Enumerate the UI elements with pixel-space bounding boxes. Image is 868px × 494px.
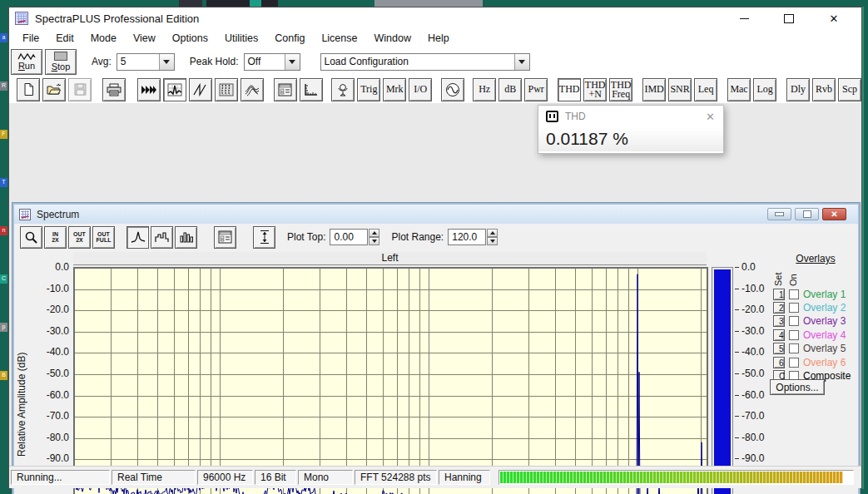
menu-help[interactable]: Help [419,31,458,46]
plot-range-spinner[interactable] [487,229,498,245]
waveform-view-button[interactable] [189,78,212,101]
thd-n-button[interactable]: THD+N [583,78,607,101]
minimize-button[interactable] [737,11,751,26]
step-plot-button[interactable] [151,226,173,249]
signal-generator-button[interactable] [441,78,464,101]
leq-button[interactable]: Leq [694,78,717,101]
status-run-state: Running... [11,470,110,485]
run-analyzer-button[interactable] [137,78,161,101]
plot-range-input[interactable] [448,229,486,245]
hz-units-button[interactable]: Hz [473,78,496,101]
menu-edit[interactable]: Edit [47,31,82,46]
overlay-set-button-4[interactable]: 4 [773,329,785,341]
overlay-options-button[interactable]: Options... [770,379,825,395]
overlay-on-checkbox-4[interactable] [789,330,799,340]
print-button[interactable] [102,78,126,101]
menu-config[interactable]: Config [266,31,313,46]
overlay-label: Overlay 1 [803,289,846,300]
dropdown-arrow-icon[interactable] [514,54,529,70]
thd-button[interactable]: THD [558,78,581,101]
overlay-on-checkbox-5[interactable] [789,343,799,353]
zoom-button[interactable] [20,226,42,249]
line-plot-button[interactable] [126,226,149,249]
snr-button[interactable]: SNR [668,78,692,101]
overlay-on-checkbox-3[interactable] [789,316,799,326]
open-file-button[interactable] [42,78,66,101]
marker-button[interactable]: Mrk [383,78,406,101]
overlay-on-checkbox-1[interactable] [789,289,799,299]
run-button[interactable]: Run [11,49,42,75]
overlay-set-button-1[interactable]: 1 [773,289,785,300]
overlay-set-button-2[interactable]: 2 [773,302,785,314]
auto-scale-button[interactable] [253,226,275,249]
power-scale-label: -70.0 [735,411,764,422]
input-level-meter [498,470,854,485]
plot-top-spinner[interactable] [369,229,379,245]
thd-button-label: THD [559,85,580,94]
menu-view[interactable]: View [125,31,164,46]
power-scale-label: -90.0 [735,453,764,464]
io-button[interactable]: I/O [409,78,432,101]
trigger-button[interactable]: Trig [357,78,380,101]
spectrum-view-button[interactable] [163,78,186,101]
overlay-on-checkbox-2[interactable] [789,303,799,313]
plot-top-input[interactable] [330,229,368,245]
avg-select[interactable]: 5 [117,53,175,71]
stop-button[interactable]: Stop [45,49,77,75]
menu-utilities[interactable]: Utilities [216,31,266,46]
scales-button[interactable] [300,78,323,101]
menu-options[interactable]: Options [164,31,216,46]
logging-button[interactable]: Log [753,78,776,101]
reverb-button[interactable]: Rvb [812,78,836,101]
y-tick-label: -80.0 [31,432,69,443]
dropdown-arrow-icon[interactable] [159,54,174,70]
bar-plot-button[interactable] [175,226,197,249]
zoom-out-2x-button[interactable]: OUT2X [68,226,91,249]
overlays-set-column-label: Set [773,264,783,286]
spectrogram-view-button[interactable] [215,78,238,101]
zoom-in-2x-button[interactable]: IN2X [44,226,67,249]
spectrum-minimize-button[interactable] [767,208,791,220]
spectrum-title-bar[interactable]: Spectrum ✕ [14,205,858,225]
input-device-button[interactable] [331,78,355,101]
spectrum-close-button[interactable]: ✕ [822,208,846,220]
logging-button-label: Log [756,85,772,94]
overlays-on-column-label: On [788,264,798,286]
zoom-out-full-button[interactable]: OUTFULL [92,226,115,249]
menu-file[interactable]: File [14,31,47,46]
macro-button[interactable]: Mac [727,78,751,101]
control-panel-button[interactable] [274,78,297,101]
thd-close-button[interactable]: ✕ [706,111,715,123]
menu-mode[interactable]: Mode [82,31,125,46]
thd-freq-button[interactable]: THDFreq [609,78,632,101]
app-title-bar[interactable]: SpectraPLUS Professional Edition ✕ [9,7,861,29]
save-icon [74,83,87,96]
menu-window[interactable]: Window [365,31,419,46]
scope-button[interactable]: Scp [838,78,861,101]
spectrum-plot[interactable] [73,267,708,494]
surface-view-button[interactable] [241,78,264,101]
new-file-button[interactable] [17,78,40,101]
load-configuration-select[interactable]: Load Configuration [320,53,530,71]
overlay-set-button-6[interactable]: 6 [773,357,785,368]
imd-button[interactable]: IMD [642,78,666,101]
dropdown-arrow-icon[interactable] [285,54,300,70]
y-tick-label: 0.0 [31,262,69,273]
line-plot-icon [131,230,146,244]
db-units-button[interactable]: dB [498,78,522,101]
overlay-set-button-3[interactable]: 3 [773,315,785,327]
pwr-units-button[interactable]: Pwr [524,78,548,101]
thd-freq-button-label: THDFreq [611,81,632,99]
display-options-button[interactable] [214,226,236,249]
delay-button[interactable]: Dly [786,78,810,101]
thd-title-bar[interactable]: THD ✕ [538,106,723,127]
spectrum-restore-button[interactable] [795,208,819,220]
menu-license[interactable]: License [313,31,365,46]
marker-button-label: Mrk [386,85,404,94]
save-button[interactable] [68,78,92,101]
peak-hold-select[interactable]: Off [244,53,300,71]
overlay-on-checkbox-6[interactable] [789,358,799,368]
close-button[interactable]: ✕ [826,11,841,26]
maximize-button[interactable] [781,11,796,26]
overlay-set-button-5[interactable]: 5 [773,343,785,354]
